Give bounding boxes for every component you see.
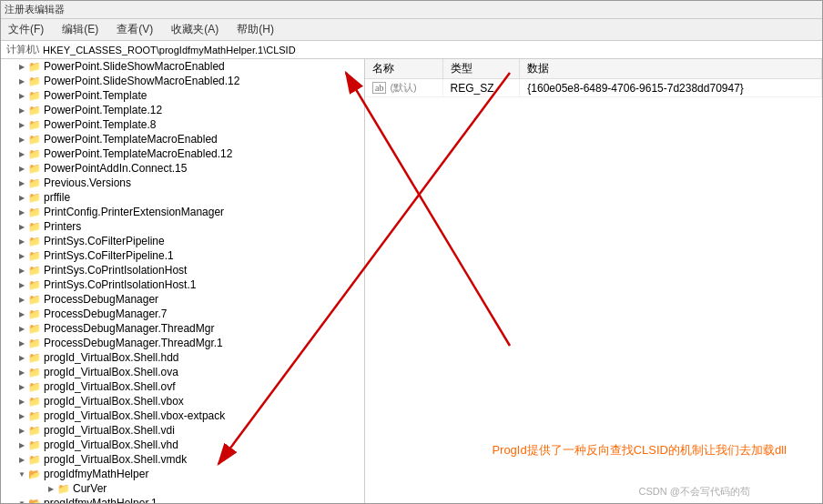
tree-item-coprintisolation[interactable]: ▶ 📁 PrintSys.CoPrintIsolationHost — [1, 263, 364, 277]
expander: ▶ — [15, 337, 28, 349]
tree-label: progId_VirtualBox.Shell.vhd — [44, 438, 178, 451]
expander: ▶ — [15, 176, 28, 189]
folder-icon: 📁 — [28, 381, 41, 393]
col-data-header: 数据 — [520, 59, 822, 79]
folder-icon: 📁 — [28, 410, 41, 422]
expander: ▶ — [15, 424, 28, 437]
expander: ▶ — [15, 307, 28, 320]
tree-label: progId_VirtualBox.Shell.vbox — [44, 395, 184, 408]
folder-icon: 📁 — [28, 279, 41, 291]
tree-label: PowerPoint.SlideShowMacroEnabled.12 — [44, 75, 239, 87]
tree-item-template-8[interactable]: ▶ 📁 PowerPoint.Template.8 — [1, 117, 364, 132]
tree-item-template-macro-12[interactable]: ▶ 📁 PowerPoint.TemplateMacroEnabled.12 — [1, 146, 364, 161]
tree-label: progId_VirtualBox.Shell.ova — [44, 366, 178, 378]
folder-icon: 📁 — [28, 148, 41, 160]
folder-icon: 📁 — [28, 221, 41, 233]
menu-view[interactable]: 查看(V) — [113, 21, 157, 38]
registry-editor-window: 注册表编辑器 文件(F) 编辑(E) 查看(V) 收藏夹(A) 帮助(H) 计算… — [0, 0, 823, 504]
expander: ▶ — [15, 235, 28, 247]
tree-label: progId_VirtualBox.Shell.ovf — [44, 380, 176, 393]
tree-label: PowerPoint.Template.12 — [44, 104, 162, 116]
tree-item-vbox-hdd[interactable]: ▶ 📁 progId_VirtualBox.Shell.hdd — [1, 350, 364, 365]
tree-item-vbox-vhd[interactable]: ▶ 📁 progId_VirtualBox.Shell.vhd — [1, 438, 364, 452]
folder-icon: 📁 — [28, 119, 41, 131]
tree-label: progId_VirtualBox.Shell.vmdk — [44, 453, 187, 466]
menu-favorites[interactable]: 收藏夹(A) — [168, 21, 222, 38]
tree-item-mathhelper-1[interactable]: ▼ 📂 progIdfmyMathHelper.1 — [1, 496, 364, 503]
folder-icon: 📁 — [28, 250, 41, 262]
folder-icon: 📁 — [57, 483, 70, 495]
tree-label: ProcessDebugManager.ThreadMgr.1 — [44, 337, 223, 349]
title-bar: 注册表编辑器 — [1, 1, 822, 19]
tree-item-mathhelper[interactable]: ▼ 📂 progIdfmyMathHelper — [1, 467, 364, 481]
col-name-header: 名称 — [365, 59, 442, 79]
tree-item-cofilterpipeline-1[interactable]: ▶ 📁 PrintSys.CoFilterPipeline.1 — [1, 248, 364, 263]
folder-icon: 📁 — [28, 163, 41, 175]
menu-file[interactable]: 文件(F) — [5, 21, 47, 38]
tree-label: PowerPoint.Template.8 — [44, 118, 156, 131]
tree-item-cofilterpipeline[interactable]: ▶ 📁 PrintSys.CoFilterPipeline — [1, 234, 364, 248]
tree-item-vbox-vdi[interactable]: ▶ 📁 progId_VirtualBox.Shell.vdi — [1, 423, 364, 438]
expander: ▶ — [15, 133, 28, 146]
folder-icon: 📁 — [28, 236, 41, 247]
tree-label: PrintConfig.PrinterExtensionManager — [44, 206, 224, 218]
tree-label: ProcessDebugManager.ThreadMgr — [44, 322, 214, 335]
folder-icon: 📁 — [28, 134, 41, 146]
menu-help[interactable]: 帮助(H) — [233, 21, 278, 38]
folder-icon: 📁 — [28, 294, 41, 306]
tree-item-template-12[interactable]: ▶ 📁 PowerPoint.Template.12 — [1, 103, 364, 117]
tree-item-vbox-vbox[interactable]: ▶ 📁 progId_VirtualBox.Shell.vbox — [1, 394, 364, 408]
expander: ▶ — [15, 162, 28, 175]
tree-item-vbox-extpack[interactable]: ▶ 📁 progId_VirtualBox.Shell.vbox-extpack — [1, 408, 364, 423]
address-label: 计算机\ — [6, 43, 39, 56]
tree-item-addin-connect[interactable]: ▶ 📁 PowerPointAddIn.Connect.15 — [1, 161, 364, 176]
annotation-text: ProgId提供了一种反向查找CLSID的机制让我们去加载dll — [492, 442, 787, 459]
tree-label: PowerPointAddIn.Connect.15 — [44, 162, 187, 175]
tree-item-vbox-vmdk[interactable]: ▶ 📁 progId_VirtualBox.Shell.vmdk — [1, 452, 364, 467]
folder-icon: 📁 — [28, 177, 41, 189]
tree-item-slideshow-macro-enabled[interactable]: ▶ 📁 PowerPoint.SlideShowMacroEnabled — [1, 59, 364, 74]
tree-item-processdebug-threadmgr[interactable]: ▶ 📁 ProcessDebugManager.ThreadMgr — [1, 321, 364, 336]
folder-icon: 📁 — [28, 367, 41, 378]
folder-icon: 📁 — [28, 454, 41, 466]
tree-item-template-macro[interactable]: ▶ 📁 PowerPoint.TemplateMacroEnabled — [1, 132, 364, 146]
tree-label: PrintSys.CoPrintIsolationHost.1 — [44, 278, 196, 291]
folder-icon: 📁 — [28, 338, 41, 349]
tree-label: PowerPoint.TemplateMacroEnabled.12 — [44, 147, 232, 160]
folder-icon: 📁 — [28, 192, 41, 204]
tree-item-printconfig[interactable]: ▶ 📁 PrintConfig.PrinterExtensionManager — [1, 205, 364, 219]
tree-item-processdebug-threadmgr-1[interactable]: ▶ 📁 ProcessDebugManager.ThreadMgr.1 — [1, 336, 364, 350]
folder-icon: 📁 — [28, 265, 41, 277]
window-title: 注册表编辑器 — [5, 4, 65, 15]
expander: ▶ — [15, 351, 28, 364]
tree-item-template[interactable]: ▶ 📁 PowerPoint.Template — [1, 88, 364, 103]
tree-label: progIdfmyMathHelper.1 — [44, 497, 157, 503]
tree-item-slideshow-macro-12[interactable]: ▶ 📁 PowerPoint.SlideShowMacroEnabled.12 — [1, 74, 364, 88]
tree-item-previous-versions[interactable]: ▶ 📁 Previous.Versions — [1, 176, 364, 190]
tree-item-processdebug[interactable]: ▶ 📁 ProcessDebugManager — [1, 292, 364, 307]
expander: ▶ — [15, 89, 28, 102]
tree-label: progId_VirtualBox.Shell.vdi — [44, 424, 175, 437]
expander: ▶ — [15, 147, 28, 160]
tree-item-printers[interactable]: ▶ 📁 Printers — [1, 219, 364, 234]
registry-values-panel: 名称 类型 数据 ab (默认) REG_SZ — [365, 59, 822, 503]
tree-label: progIdfmyMathHelper — [44, 468, 148, 480]
tree-item-vbox-ova[interactable]: ▶ 📁 progId_VirtualBox.Shell.ova — [1, 365, 364, 379]
menu-edit[interactable]: 编辑(E) — [58, 21, 102, 38]
folder-open-icon: 📂 — [28, 469, 41, 480]
expander: ▶ — [15, 264, 28, 277]
tree-label: PrintSys.CoPrintIsolationHost — [44, 264, 187, 277]
registry-tree[interactable]: ▶ 📁 PowerPoint.SlideShowMacroEnabled ▶ 📁… — [1, 59, 365, 503]
tree-item-prffile[interactable]: ▶ 📁 prffile — [1, 190, 364, 205]
tree-item-processdebug-7[interactable]: ▶ 📁 ProcessDebugManager.7 — [1, 307, 364, 321]
tree-item-coprintisolation-1[interactable]: ▶ 📁 PrintSys.CoPrintIsolationHost.1 — [1, 277, 364, 292]
folder-icon: 📁 — [28, 439, 41, 451]
table-row[interactable]: ab (默认) REG_SZ {160e05e8-6489-4706-9615-… — [365, 79, 822, 97]
tree-item-curver[interactable]: ▶ 📁 CurVer — [1, 481, 364, 496]
tree-label: PrintSys.CoFilterPipeline — [44, 235, 165, 247]
folder-icon: 📁 — [28, 323, 41, 335]
content-area: ▶ 📁 PowerPoint.SlideShowMacroEnabled ▶ 📁… — [1, 59, 822, 503]
registry-values-table: 名称 类型 数据 ab (默认) REG_SZ — [365, 59, 822, 97]
expander: ▶ — [15, 322, 28, 335]
tree-item-vbox-ovf[interactable]: ▶ 📁 progId_VirtualBox.Shell.ovf — [1, 379, 364, 394]
